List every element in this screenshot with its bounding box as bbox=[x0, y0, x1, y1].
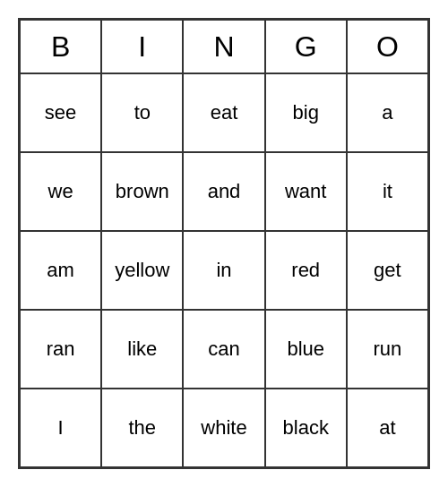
cell-2-4: want bbox=[265, 152, 347, 231]
header-b: B bbox=[20, 20, 101, 73]
cell-5-1: I bbox=[20, 389, 101, 467]
cell-4-1: ran bbox=[20, 310, 101, 389]
bingo-card: B I N G O see to eat big a we brown and … bbox=[18, 18, 430, 469]
cell-4-5: run bbox=[347, 310, 428, 389]
header-o: O bbox=[347, 20, 428, 73]
cell-5-5: at bbox=[347, 389, 428, 467]
cell-5-2: the bbox=[101, 389, 183, 467]
row-3: am yellow in red get bbox=[20, 231, 428, 310]
cell-1-4: big bbox=[265, 73, 347, 152]
cell-1-5: a bbox=[347, 73, 428, 152]
row-5: I the white black at bbox=[20, 389, 428, 467]
cell-2-5: it bbox=[347, 152, 428, 231]
header-row: B I N G O bbox=[20, 20, 428, 73]
cell-4-2: like bbox=[101, 310, 183, 389]
cell-2-2: brown bbox=[101, 152, 183, 231]
cell-3-1: am bbox=[20, 231, 101, 310]
row-1: see to eat big a bbox=[20, 73, 428, 152]
cell-3-2: yellow bbox=[101, 231, 183, 310]
cell-2-3: and bbox=[183, 152, 264, 231]
cell-1-3: eat bbox=[183, 73, 264, 152]
cell-2-1: we bbox=[20, 152, 101, 231]
header-g: G bbox=[265, 20, 347, 73]
header-n: N bbox=[183, 20, 264, 73]
cell-3-5: get bbox=[347, 231, 428, 310]
row-2: we brown and want it bbox=[20, 152, 428, 231]
cell-5-4: black bbox=[265, 389, 347, 467]
header-i: I bbox=[101, 20, 183, 73]
cell-1-2: to bbox=[101, 73, 183, 152]
row-4: ran like can blue run bbox=[20, 310, 428, 389]
cell-3-3: in bbox=[183, 231, 264, 310]
cell-1-1: see bbox=[20, 73, 101, 152]
cell-4-4: blue bbox=[265, 310, 347, 389]
cell-4-3: can bbox=[183, 310, 264, 389]
cell-5-3: white bbox=[183, 389, 264, 467]
cell-3-4: red bbox=[265, 231, 347, 310]
